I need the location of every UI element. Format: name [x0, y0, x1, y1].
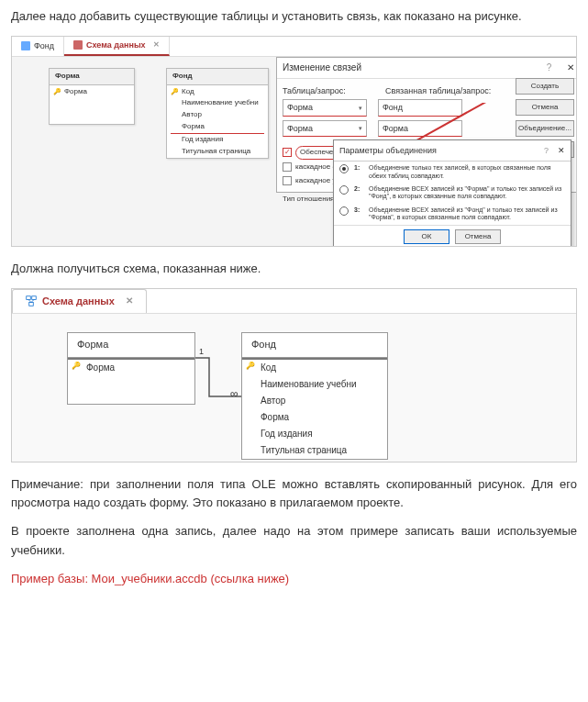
field-forma: Форма — [171, 121, 264, 134]
close-icon[interactable]: ✕ — [126, 294, 133, 308]
radio-icon — [339, 185, 349, 195]
cardinality-many: ∞ — [230, 385, 239, 403]
combo-related[interactable]: Фонд — [378, 99, 462, 116]
radio-icon — [339, 206, 349, 216]
ok-button[interactable]: ОК — [404, 229, 449, 244]
screenshot-relationship-editor: Фонд Схема данных ✕ Форма Форма Фонд — [11, 36, 577, 247]
schema-icon — [26, 295, 37, 306]
field-kod: Код — [171, 86, 264, 98]
tab-fond[interactable]: Фонд — [12, 37, 64, 56]
create-button[interactable]: Создать — [516, 78, 574, 95]
radio-num: 3: — [354, 206, 363, 214]
tab-label: Схема данных — [86, 39, 146, 51]
field-title-page: Титульная страница — [171, 146, 264, 158]
svg-line-6 — [31, 300, 34, 303]
tab-label: Схема данных — [42, 294, 115, 310]
dialog-join-params: Параметры объединения ?✕ 1: Объединение … — [333, 139, 571, 247]
field-forma: Форма — [68, 360, 194, 376]
checkbox-icon — [283, 176, 292, 185]
label-table: Таблица/запрос: — [283, 84, 367, 97]
table-title: Форма — [68, 333, 194, 358]
label-related: Связанная таблица/запрос: — [385, 84, 491, 97]
tab-bar: Схема данных ✕ — [12, 289, 576, 315]
paragraph-1: Далее надо добавить существующие таблицы… — [11, 7, 577, 27]
svg-line-5 — [28, 300, 31, 303]
field-name: Наименование учебни — [171, 97, 264, 109]
checkbox-icon — [283, 148, 292, 157]
combo-field-right[interactable]: Форма — [378, 120, 462, 137]
radio-option-2[interactable]: 2: Объединение ВСЕХ записей из "Форма" и… — [334, 183, 571, 204]
paragraph-3: Примечание: при заполнении поля типа OLE… — [11, 475, 577, 514]
field-name: Наименование учебни — [242, 376, 387, 393]
schema-table-forma[interactable]: Форма Форма — [67, 332, 195, 405]
combo-field-left[interactable]: Форма▾ — [283, 120, 367, 137]
paragraph-4: В проекте заполнена одна запись, далее н… — [11, 522, 577, 561]
screenshot-schema-result: Схема данных ✕ Форма Форма Фонд Код Наим… — [11, 288, 577, 462]
table-box-forma[interactable]: Форма Форма — [49, 68, 135, 126]
cancel-button[interactable]: Отмена — [455, 229, 501, 244]
close-icon[interactable]: ✕ — [567, 62, 574, 72]
radio-option-3[interactable]: 3: Объединение ВСЕХ записей из "Фонд" и … — [334, 204, 571, 225]
table-title: Фонд — [167, 69, 268, 85]
field-forma: Форма — [242, 409, 387, 426]
radio-text: Объединение только тех записей, в которы… — [369, 164, 565, 180]
radio-icon — [339, 164, 349, 173]
checkbox-icon — [283, 162, 292, 172]
tab-bar: Фонд Схема данных ✕ — [12, 37, 576, 57]
paragraph-5-link: Пример базы: Мои_учебники.accdb (ссылка … — [11, 570, 577, 589]
table-box-fond[interactable]: Фонд Код Наименование учебни Автор Форма… — [166, 68, 269, 160]
field-author: Автор — [171, 109, 264, 121]
field-forma: Форма — [53, 86, 130, 98]
tab-schema[interactable]: Схема данных ✕ — [64, 37, 170, 56]
dialog-titlebar: Изменение связей ? ✕ — [277, 58, 577, 79]
svg-rect-2 — [27, 296, 31, 300]
radio-text: Объединение ВСЕХ записей из "Форма" и то… — [369, 185, 565, 201]
radio-num: 2: — [354, 185, 363, 193]
paragraph-2: Должна получиться схема, показанная ниже… — [11, 260, 577, 279]
dialog-title-text: Параметры объединения — [339, 144, 437, 157]
cancel-button[interactable]: Отмена — [516, 99, 574, 116]
svg-rect-4 — [29, 303, 34, 306]
radio-num: 1: — [354, 164, 363, 172]
cardinality-one: 1 — [199, 345, 204, 358]
radio-option-1[interactable]: 1: Объединение только тех записей, в кот… — [334, 162, 571, 183]
dialog-titlebar: Параметры объединения ?✕ — [334, 140, 571, 162]
svg-rect-3 — [32, 296, 37, 300]
close-icon[interactable]: ✕ — [153, 39, 160, 51]
field-year: Год издания — [171, 134, 264, 146]
field-author: Автор — [242, 393, 387, 409]
combo-table[interactable]: Форма▾ — [283, 99, 367, 116]
close-icon[interactable]: ✕ — [558, 146, 565, 155]
join-button[interactable]: Объединение... — [516, 120, 574, 137]
schema-icon — [73, 40, 83, 50]
field-kod: Код — [242, 360, 387, 376]
table-title: Фонд — [242, 333, 387, 358]
table-title: Форма — [50, 69, 134, 85]
tab-label: Фонд — [34, 39, 54, 52]
radio-text: Объединение ВСЕХ записей из "Фонд" и тол… — [369, 206, 565, 222]
field-year: Год издания — [242, 426, 387, 442]
schema-table-fond[interactable]: Фонд Код Наименование учебни Автор Форма… — [241, 332, 388, 460]
relation-type-label: Тип отношения: — [283, 195, 337, 203]
table-icon — [21, 41, 30, 50]
field-title-page: Титульная страница — [242, 442, 387, 459]
dialog-title-text: Изменение связей — [283, 61, 361, 75]
tab-schema[interactable]: Схема данных ✕ — [12, 289, 147, 314]
